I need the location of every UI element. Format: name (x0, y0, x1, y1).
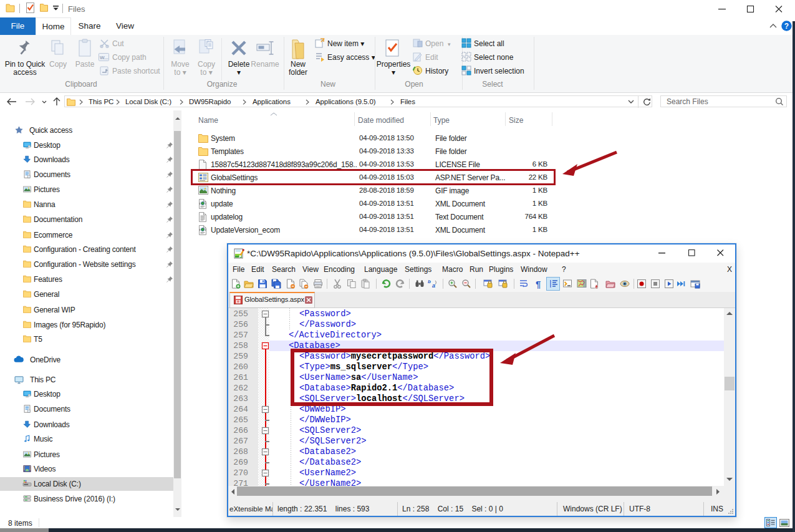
svg-text:¶: ¶ (536, 279, 541, 289)
svg-text:?: ? (784, 22, 789, 31)
svg-text:W...: W... (100, 55, 108, 60)
svg-text:b: b (428, 279, 431, 284)
svg-text:a: a (432, 283, 435, 289)
